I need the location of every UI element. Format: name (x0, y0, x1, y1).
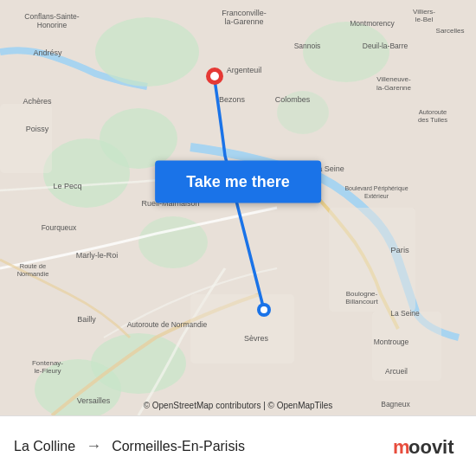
svg-point-3 (43, 138, 130, 208)
svg-text:Conflans-Sainte-: Conflans-Sainte- (24, 12, 79, 21)
moovit-logo: m oovit (393, 433, 462, 460)
svg-text:Fourqueux: Fourqueux (42, 223, 77, 232)
svg-text:Billancourt: Billancourt (345, 298, 378, 306)
svg-text:Autoroute de Normandie: Autoroute de Normandie (127, 320, 208, 329)
svg-text:la-Garenne: la-Garenne (376, 84, 412, 92)
svg-text:le-Bel: le-Bel (415, 16, 434, 23)
svg-text:Montmorency: Montmorency (350, 19, 395, 28)
svg-rect-12 (190, 294, 294, 363)
svg-text:Versailles: Versailles (77, 396, 111, 405)
svg-text:Fontenay-: Fontenay- (32, 359, 63, 367)
svg-text:Sèvres: Sèvres (244, 334, 269, 343)
svg-text:Arcueil: Arcueil (385, 367, 408, 376)
svg-text:le-Fleury: le-Fleury (34, 367, 61, 375)
from-location: La Colline (14, 439, 75, 454)
svg-point-7 (303, 22, 389, 82)
svg-text:Boulevard Périphérique: Boulevard Périphérique (344, 185, 408, 192)
svg-text:La Seine: La Seine (390, 309, 420, 318)
svg-text:Montrouge: Montrouge (374, 338, 409, 346)
svg-text:Colombes: Colombes (275, 95, 311, 104)
svg-text:Andrésy: Andrésy (33, 48, 62, 57)
map-attribution: © OpenStreetMap contributors | © OpenMap… (144, 401, 333, 410)
svg-text:Autoroute: Autoroute (419, 108, 447, 116)
svg-text:Honorine: Honorine (37, 21, 68, 29)
svg-text:Bailly: Bailly (77, 315, 96, 324)
svg-point-56 (210, 72, 219, 80)
svg-text:oovit: oovit (408, 436, 454, 458)
svg-text:Bagneux: Bagneux (381, 400, 410, 408)
svg-text:la-Garenne: la-Garenne (224, 17, 263, 26)
svg-text:Villiers-: Villiers- (413, 8, 435, 16)
app: Conflans-Sainte- Honorine Villiers- le-B… (0, 0, 476, 476)
svg-rect-11 (0, 104, 52, 173)
svg-text:Normandie: Normandie (17, 270, 49, 278)
svg-text:Achères: Achères (23, 97, 52, 106)
svg-text:Franconville-: Franconville- (222, 9, 267, 17)
map-container: Conflans-Sainte- Honorine Villiers- le-B… (0, 0, 476, 415)
svg-text:Bezons: Bezons (219, 95, 246, 104)
take-me-there-button[interactable]: Take me there (155, 161, 321, 203)
svg-text:Deuil-la-Barre: Deuil-la-Barre (363, 42, 408, 50)
svg-text:Le Pecq: Le Pecq (53, 182, 81, 190)
svg-text:Argenteuil: Argenteuil (227, 66, 262, 74)
to-location: Cormeilles-En-Parisis (112, 439, 245, 454)
svg-text:Marly-le-Roi: Marly-le-Roi (76, 251, 119, 260)
button-overlay: Take me there (155, 161, 321, 203)
svg-text:Extérieur: Extérieur (364, 193, 389, 199)
bottom-bar: La Colline → Cormeilles-En-Parisis m oov… (0, 415, 476, 476)
svg-text:Sarcelles: Sarcelles (436, 27, 465, 35)
svg-point-58 (261, 306, 267, 313)
svg-text:Sannois: Sannois (294, 42, 321, 50)
svg-text:Poissy: Poissy (26, 125, 49, 133)
svg-text:Route de: Route de (20, 262, 46, 270)
svg-text:Boulogne-: Boulogne- (346, 290, 378, 298)
arrow-icon: → (86, 437, 101, 455)
svg-text:Villeneuve-: Villeneuve- (376, 75, 411, 83)
svg-text:Paris: Paris (390, 245, 409, 254)
svg-point-1 (95, 17, 199, 87)
svg-text:m: m (393, 436, 410, 458)
svg-text:des Tuiles: des Tuiles (418, 116, 447, 124)
